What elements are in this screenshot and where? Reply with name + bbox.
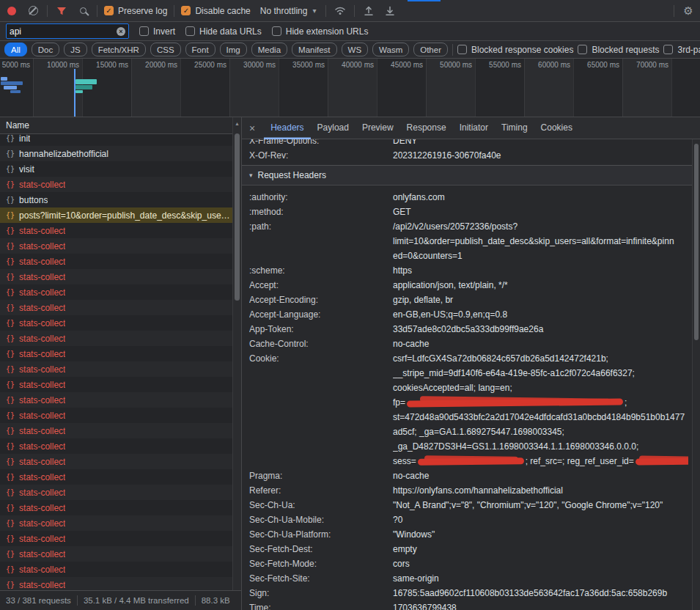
filter-chip-img[interactable]: Img [220,43,247,56]
request-row[interactable]: {}stats-collect [0,254,232,269]
tab-timing[interactable]: Timing [495,117,534,139]
header-name: Accept: [249,278,393,293]
request-row[interactable]: {}stats-collect [0,238,232,254]
request-name: stats-collect [19,457,65,467]
section-title: Request Headers [258,166,326,185]
summary-divider [195,595,196,606]
request-name: stats-collect [19,318,65,328]
request-row[interactable]: {}stats-collect [0,392,232,408]
overview-tick-label: 35000 ms [292,61,328,69]
filter-chip-js[interactable]: JS [64,43,86,56]
request-row[interactable]: {}stats-collect [0,331,232,346]
request-row[interactable]: {}stats-collect [0,177,232,192]
request-row[interactable]: {}stats-collect [0,315,232,331]
request-row[interactable]: {}init [0,134,232,146]
scroll-up-arrow-icon[interactable]: ▲ [233,117,241,126]
request-headers-section-header[interactable]: ▾ Request Headers [242,165,700,185]
request-row[interactable]: {}visit [0,161,232,177]
details-scrollbar[interactable] [692,139,700,610]
tab-payload[interactable]: Payload [311,117,355,139]
request-row[interactable]: {}posts?limit=10&order=publish_date_desc… [0,207,232,223]
preserve-log-checkbox[interactable]: ✓ Preserve log [104,6,167,16]
script-icon: {} [6,411,15,419]
request-row[interactable]: {}stats-collect [0,515,232,531]
import-har-button[interactable] [361,3,376,19]
network-overview[interactable]: 5000 ms10000 ms15000 ms20000 ms25000 ms3… [0,59,700,117]
request-row[interactable]: {}stats-collect [0,454,232,469]
overview-gridline [33,59,34,117]
request-row[interactable]: {}stats-collect [0,546,232,562]
export-har-button[interactable] [383,3,397,19]
filter-chip-other[interactable]: Other [413,43,448,56]
filter-chip-manifest[interactable]: Manifest [292,43,336,56]
tab-initiator[interactable]: Initiator [453,117,495,139]
requests-scrollbar[interactable]: ▲ [232,117,241,590]
header-value: no-cache [393,468,688,483]
request-row[interactable]: {}stats-collect [0,531,232,546]
close-details-button[interactable]: × [249,123,255,133]
disable-cache-checkbox[interactable]: ✓ Disable cache [181,6,250,16]
request-row[interactable]: {}stats-collect [0,408,232,423]
request-name: stats-collect [19,549,65,559]
filter-chip-font[interactable]: Font [185,43,215,56]
request-name: stats-collect [19,303,65,313]
tab-preview[interactable]: Preview [355,117,400,139]
search-button[interactable] [75,3,90,19]
headers-content: X-Frame-Options:DENYX-Of-Rev:20231226191… [242,139,700,610]
filter-chip-all[interactable]: All [4,43,27,56]
tab-cookies[interactable]: Cookies [534,117,579,139]
filter-chip-wasm[interactable]: Wasm [372,43,409,56]
filter-chip-media[interactable]: Media [251,43,287,56]
settings-button[interactable]: ⚙ [681,3,696,19]
script-icon: {} [6,334,15,342]
name-column-label: Name [6,120,29,131]
blocked-response-cookies-checkbox[interactable]: Blocked response cookies [457,45,573,55]
record-button[interactable] [4,3,19,19]
filter-chip-css[interactable]: CSS [150,43,181,56]
scrollbar-thumb[interactable] [694,144,699,340]
header-value: DENY [393,139,688,148]
request-row[interactable]: {}stats-collect [0,577,232,590]
third-party-requests-checkbox[interactable]: 3rd-party requests [663,45,700,55]
filter-button[interactable] [54,3,69,19]
request-name: stats-collect [19,334,65,344]
request-row[interactable]: {}stats-collect [0,500,232,515]
script-icon: {} [6,365,15,373]
clear-filter-button[interactable]: × [117,27,125,36]
waterfall-bar [75,85,92,89]
name-column-header[interactable]: Name [0,117,241,134]
request-row[interactable]: {}stats-collect [0,562,232,577]
request-row[interactable]: {}buttons [0,192,232,207]
details-pane: × HeadersPayloadPreviewResponseInitiator… [242,117,700,610]
filter-chip-doc[interactable]: Doc [32,43,59,56]
request-row[interactable]: {}stats-collect [0,223,232,238]
hide-extension-urls-checkbox[interactable]: Hide extension URLs [272,26,369,37]
blocked-requests-checkbox[interactable]: Blocked requests [578,45,659,55]
request-row[interactable]: {}stats-collect [0,438,232,454]
request-row[interactable]: {}stats-collect [0,377,232,392]
filter-chip-ws[interactable]: WS [342,43,369,56]
request-row[interactable]: {}stats-collect [0,361,232,377]
clear-button[interactable] [26,3,40,19]
request-row[interactable]: {}hannahelizabethofficial [0,146,232,161]
tab-response[interactable]: Response [400,117,453,139]
request-row[interactable]: {}stats-collect [0,346,232,361]
request-row[interactable]: {}stats-collect [0,485,232,500]
header-name: Accept-Encoding: [249,293,393,307]
scrollbar-thumb[interactable] [235,133,240,301]
request-row[interactable]: {}stats-collect [0,469,232,485]
request-row[interactable]: {}stats-collect [0,269,232,284]
request-row[interactable]: {}stats-collect [0,300,232,315]
request-row[interactable]: {}stats-collect [0,284,232,300]
overview-gridline [622,59,623,117]
filter-input[interactable] [10,26,117,37]
throttling-select[interactable]: No throttling ▾ [257,6,320,16]
invert-checkbox[interactable]: Invert [139,26,175,37]
tab-headers[interactable]: Headers [264,117,310,139]
request-row[interactable]: {}stats-collect [0,423,232,438]
header-name: Cache-Control: [249,337,393,351]
network-conditions-button[interactable] [333,3,347,19]
header-name: :path: [249,219,393,263]
filter-chip-fetch-xhr[interactable]: Fetch/XHR [92,43,146,56]
hide-data-urls-checkbox[interactable]: Hide data URLs [185,26,262,37]
